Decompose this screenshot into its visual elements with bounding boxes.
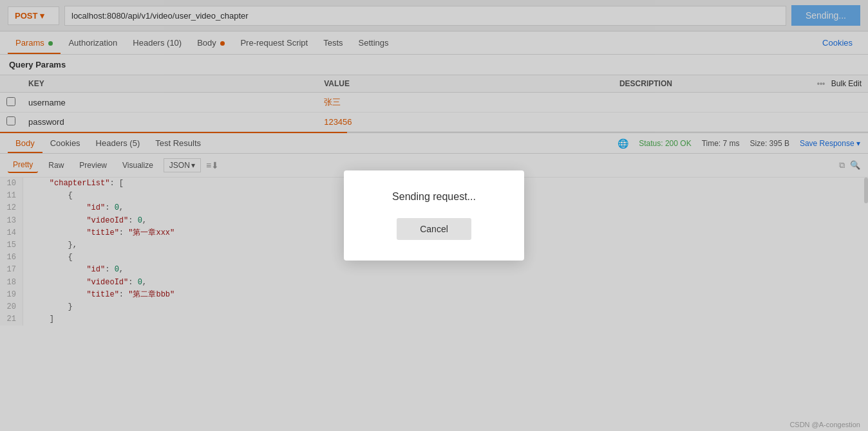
modal-box: Sending request... Cancel [344, 170, 524, 261]
cancel-button[interactable]: Cancel [397, 218, 471, 240]
modal-overlay: Sending request... Cancel [0, 0, 868, 358]
modal-title: Sending request... [375, 191, 493, 203]
